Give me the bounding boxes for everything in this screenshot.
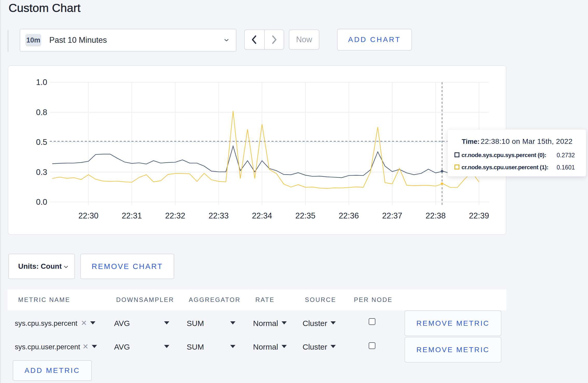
svg-text:0.8: 0.8 bbox=[36, 108, 47, 117]
svg-text:22:35: 22:35 bbox=[295, 211, 316, 220]
svg-text:22:32: 22:32 bbox=[165, 211, 185, 220]
svg-text:1.0: 1.0 bbox=[36, 78, 47, 87]
svg-text:22:33: 22:33 bbox=[208, 211, 229, 220]
svg-text:0.5: 0.5 bbox=[36, 138, 47, 147]
svg-text:22:37: 22:37 bbox=[382, 211, 402, 220]
svg-text:0.3: 0.3 bbox=[36, 168, 47, 177]
svg-text:22:30: 22:30 bbox=[78, 211, 99, 220]
svg-text:22:34: 22:34 bbox=[252, 211, 272, 220]
svg-text:22:38: 22:38 bbox=[425, 211, 446, 220]
svg-text:22:31: 22:31 bbox=[122, 211, 142, 220]
svg-text:0.0: 0.0 bbox=[36, 197, 47, 207]
svg-text:22:36: 22:36 bbox=[339, 211, 359, 220]
svg-text:22:39: 22:39 bbox=[469, 211, 489, 220]
